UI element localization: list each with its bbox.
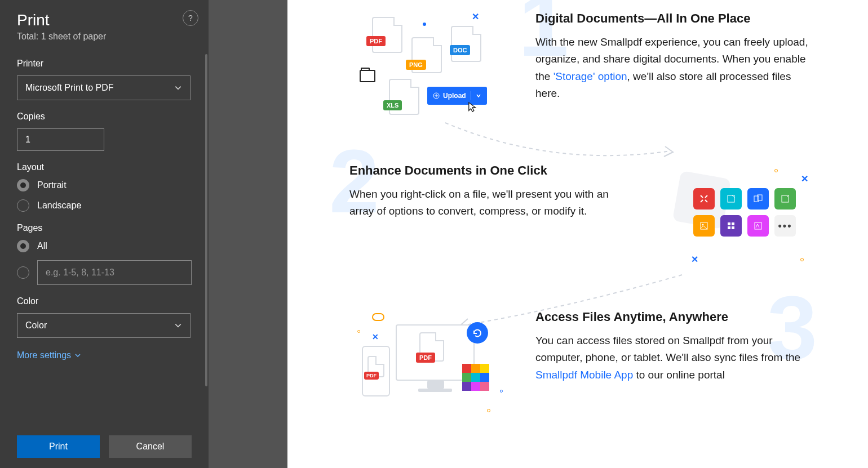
pages-range-input[interactable] bbox=[37, 260, 192, 285]
feature-1-illustration: ✕ PDF PNG DOC XLS Upload bbox=[349, 11, 507, 124]
print-subtitle: Total: 1 sheet of paper bbox=[17, 32, 192, 42]
decor-circle-icon bbox=[357, 330, 360, 333]
chevron-down-icon bbox=[476, 93, 481, 99]
scrollbar[interactable] bbox=[205, 54, 207, 386]
feature-3-title: Access Files Anytime, Anywhere bbox=[535, 310, 812, 324]
file-icon bbox=[451, 26, 481, 62]
image-tool-icon bbox=[693, 215, 715, 237]
print-footer: Print Cancel bbox=[0, 427, 209, 468]
print-preview-page: ✕ PDF PNG DOC XLS Upload 1 Digital Docum bbox=[287, 0, 868, 468]
doc-badge: DOC bbox=[450, 45, 470, 55]
help-icon[interactable]: ? bbox=[183, 10, 198, 26]
decor-circle-icon bbox=[500, 390, 503, 393]
layout-landscape-radio[interactable]: Landscape bbox=[17, 199, 192, 212]
printer-select[interactable]: Microsoft Print to PDF bbox=[17, 75, 191, 100]
color-select[interactable]: Color bbox=[17, 313, 191, 338]
export-tool-icon bbox=[774, 188, 796, 210]
color-label: Color bbox=[17, 296, 192, 306]
cancel-button[interactable]: Cancel bbox=[109, 435, 192, 458]
feature-2-title: Enhance Documents in One Click bbox=[349, 163, 626, 178]
decor-circle-icon bbox=[487, 409, 490, 412]
feature-block-2: ✕ ••• ✕ 2 Enhance Documents in One Click… bbox=[349, 163, 812, 276]
feature-3-body: You can access files stored on Smallpdf … bbox=[535, 332, 812, 384]
feature-block-1: ✕ PDF PNG DOC XLS Upload 1 Digital Docum bbox=[349, 11, 812, 124]
pdf-badge: PDF bbox=[364, 372, 379, 380]
print-header: Print Total: 1 sheet of paper ? bbox=[0, 0, 209, 48]
folder-icon bbox=[360, 70, 375, 82]
feature-1-body: With the new Smallpdf experience, you ca… bbox=[535, 34, 812, 102]
file-icon bbox=[372, 17, 402, 53]
xls-badge: XLS bbox=[383, 100, 402, 110]
chevron-down-icon bbox=[174, 322, 182, 329]
radio-icon bbox=[17, 266, 29, 279]
feature-2-body: When you right-click on a file, we'll pr… bbox=[349, 186, 626, 220]
feature-2-illustration: ✕ ••• ✕ bbox=[654, 163, 812, 276]
plus-circle-icon bbox=[433, 92, 440, 99]
decor-x-icon: ✕ bbox=[691, 254, 698, 265]
chevron-down-icon bbox=[174, 84, 182, 92]
pages-all-radio[interactable]: All bbox=[17, 240, 192, 252]
chevron-down-icon bbox=[74, 352, 81, 359]
tool-grid: ••• bbox=[693, 188, 796, 237]
png-badge: PNG bbox=[406, 60, 426, 70]
layout-portrait-label: Portrait bbox=[37, 180, 67, 190]
mobile-app-link: Smallpdf Mobile App bbox=[535, 369, 633, 381]
copies-label: Copies bbox=[17, 112, 192, 122]
decor-circle-icon bbox=[800, 258, 804, 261]
pdf-badge: PDF bbox=[366, 36, 386, 46]
radio-icon bbox=[17, 240, 29, 252]
compress-tool-icon bbox=[693, 188, 715, 210]
decor-dot-icon bbox=[423, 23, 426, 26]
pages-custom-radio[interactable] bbox=[17, 260, 192, 285]
preview-gap bbox=[209, 0, 287, 468]
svg-rect-7 bbox=[728, 222, 730, 225]
cloud-icon bbox=[372, 313, 384, 321]
monitor-base bbox=[418, 389, 452, 392]
sign-tool-icon bbox=[747, 215, 769, 237]
more-settings-label: More settings bbox=[17, 350, 71, 360]
feature-3-text: 3 Access Files Anytime, Anywhere You can… bbox=[535, 310, 812, 384]
feature-block-3: ✕ PDF PDF 3 Access Files Anytime, Anywhe… bbox=[349, 310, 812, 422]
decor-circle-icon bbox=[774, 169, 778, 172]
svg-rect-10 bbox=[732, 226, 734, 229]
cursor-icon bbox=[468, 101, 478, 114]
print-dialog-panel: Print Total: 1 sheet of paper ? Printer … bbox=[0, 0, 209, 468]
svg-rect-8 bbox=[732, 222, 734, 225]
printer-value: Microsoft Print to PDF bbox=[25, 83, 113, 93]
more-settings-link[interactable]: More settings bbox=[17, 350, 192, 360]
print-button[interactable]: Print bbox=[17, 435, 100, 458]
radio-icon bbox=[17, 179, 29, 191]
feature-1-title: Digital Documents—All In One Place bbox=[535, 11, 812, 26]
layout-landscape-label: Landscape bbox=[37, 200, 81, 211]
layout-label: Layout bbox=[17, 162, 192, 172]
printer-label: Printer bbox=[17, 59, 192, 69]
pdf-badge: PDF bbox=[416, 353, 435, 363]
decor-x-icon: ✕ bbox=[472, 11, 479, 22]
copies-input[interactable] bbox=[17, 128, 104, 151]
storage-option-link: 'Storage' option bbox=[553, 70, 627, 82]
svg-rect-9 bbox=[728, 226, 730, 229]
pages-all-label: All bbox=[37, 241, 47, 251]
color-value: Color bbox=[25, 320, 47, 331]
pages-label: Pages bbox=[17, 223, 192, 233]
svg-point-6 bbox=[702, 224, 704, 226]
feature-3-illustration: ✕ PDF PDF bbox=[349, 310, 507, 422]
color-grid-icon bbox=[462, 364, 489, 391]
decor-x-icon: ✕ bbox=[372, 332, 379, 341]
merge-tool-icon bbox=[720, 215, 742, 237]
layout-portrait-radio[interactable]: Portrait bbox=[17, 179, 192, 191]
upload-label: Upload bbox=[443, 92, 466, 100]
edit-tool-icon bbox=[720, 188, 742, 210]
feature-1-text: 1 Digital Documents—All In One Place Wit… bbox=[535, 11, 812, 102]
more-tools-icon: ••• bbox=[774, 215, 796, 237]
feature-2-text: 2 Enhance Documents in One Click When yo… bbox=[349, 163, 626, 220]
radio-icon bbox=[17, 199, 29, 212]
monitor-stand bbox=[427, 381, 444, 389]
print-body: Printer Microsoft Print to PDF Copies La… bbox=[0, 48, 209, 427]
sync-icon bbox=[467, 322, 488, 344]
decor-x-icon: ✕ bbox=[801, 173, 808, 184]
convert-tool-icon bbox=[747, 188, 769, 210]
print-title: Print bbox=[17, 11, 192, 29]
